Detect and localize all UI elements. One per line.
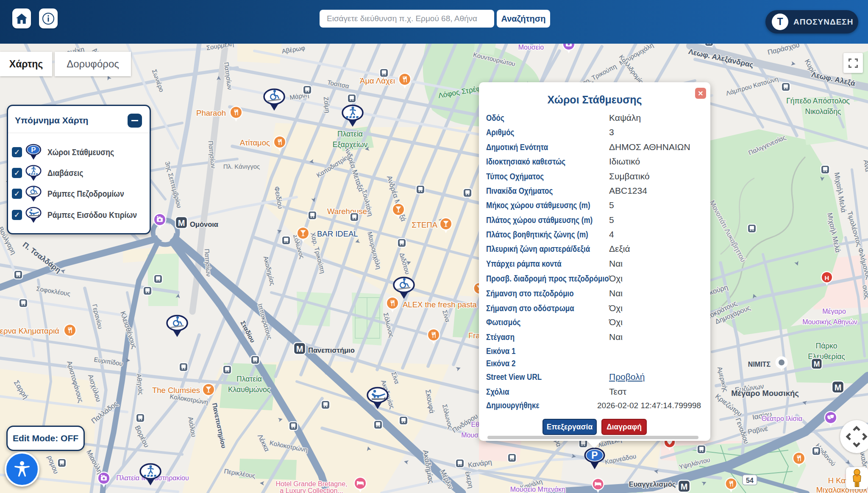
svg-text:P: P [31,146,36,154]
svg-text:Ευαγγελισμός: Ευαγγελισμός [629,480,676,488]
svg-text:BAR IDEAL: BAR IDEAL [317,229,358,238]
svg-text:Κλαυθμώνος: Κλαυθμώνος [228,385,270,394]
svg-text:Pharaoh: Pharaoh [196,109,226,117]
svg-text:Μουσικής Αθηνών: Μουσικής Αθηνών [802,318,857,326]
svg-text:Άμα Λάχει: Άμα Λάχει [360,76,395,85]
svg-text:ΝΙΜΙΤΣ: ΝΙΜΙΤΣ [748,361,771,368]
svg-text:Γήπεδο Απόστολος: Γήπεδο Απόστολος [786,97,850,105]
svg-text:Πλατεία: Πλατεία [236,375,262,383]
svg-text:Warehouse: Warehouse [327,207,367,216]
svg-text:Hotel Grande Bretagne,: Hotel Grande Bretagne, [276,480,348,487]
svg-text:The Clumsies: The Clumsies [152,386,200,395]
svg-text:Πάρκο: Πάρκο [816,342,837,350]
svg-text:54: 54 [746,477,754,484]
svg-text:P: P [591,450,598,461]
svg-text:Πλ. Κάνιγγος: Πλ. Κάνιγγος [223,163,260,170]
svg-text:Ατίταμος: Ατίταμος [240,138,270,147]
svg-text:Πλατεία: Πλατεία [337,130,363,138]
svg-text:Νικολαΐδης: Νικολαΐδης [805,107,841,116]
svg-text:Ομόνοια: Ομόνοια [190,220,218,228]
svg-text:Μέγαρο Μουσικής: Μέγαρο Μουσικής [731,389,799,398]
svg-text:Εξαρχείων: Εξαρχείων [333,140,368,149]
svg-text:ALEX the fresh pasta: ALEX the fresh pasta [403,300,477,309]
svg-text:a Luxury Collection...: a Luxury Collection... [280,487,343,493]
svg-text:Μουσείο: Μουσείο [518,44,544,51]
svg-text:Μουσείο Μπενάκη: Μουσείο Μπενάκη [510,486,566,493]
svg-text:ερνα Κληματαριά: ερνα Κληματαριά [0,326,59,335]
svg-text:Θέατρο Ιλίσια: Θέατρο Ιλίσια [762,415,802,422]
svg-text:Πανεπιστήμιο: Πανεπιστήμιο [308,346,355,354]
svg-text:Μέγαρο: Μέγαρο [822,308,846,315]
svg-text:ΣΤΕΠΑ: ΣΤΕΠΑ [412,220,437,229]
